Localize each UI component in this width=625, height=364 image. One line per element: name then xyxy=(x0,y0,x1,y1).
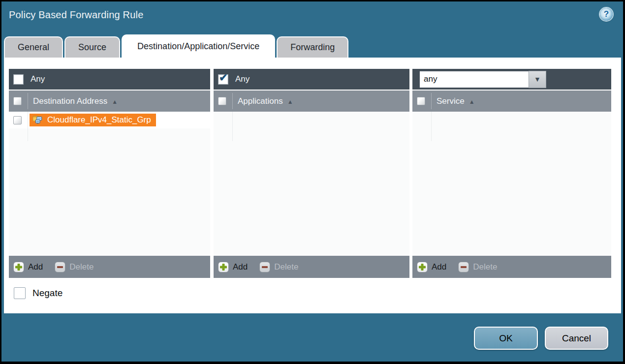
destination-select-all-checkbox[interactable] xyxy=(13,97,22,105)
destination-add-button[interactable]: Add xyxy=(13,262,43,273)
applications-any-checkbox[interactable] xyxy=(218,74,228,85)
sort-asc-icon xyxy=(112,97,118,106)
destination-address-panel: Any Destination Address xyxy=(9,69,210,278)
service-panel: Service Add Delete xyxy=(412,69,611,278)
service-combobox xyxy=(419,71,546,88)
applications-panel: Any Applications Add Delete xyxy=(214,69,409,278)
selected-address-chip[interactable]: Cloudflare_IPv4_Static_Grp xyxy=(30,114,156,126)
service-add-button[interactable]: Add xyxy=(417,262,446,273)
add-label: Add xyxy=(28,262,43,272)
applications-header-label: Applications xyxy=(238,96,283,106)
header-divider xyxy=(431,93,432,109)
service-footer-bar: Add Delete xyxy=(412,256,611,278)
list-column-line xyxy=(28,112,28,141)
tab-source[interactable]: Source xyxy=(64,36,120,58)
header-divider xyxy=(28,93,28,109)
sort-asc-icon xyxy=(469,97,475,106)
delete-label: Delete xyxy=(473,262,497,272)
tab-destination-application-service[interactable]: Destination/Application/Service xyxy=(122,34,275,58)
service-delete-button[interactable]: Delete xyxy=(458,262,497,273)
destination-footer-bar: Add Delete xyxy=(9,256,210,278)
dropdown-arrow-button[interactable] xyxy=(529,71,546,88)
service-select-all-checkbox[interactable] xyxy=(417,97,425,105)
add-plus-icon xyxy=(13,262,24,273)
policy-forwarding-dialog: Policy Based Forwarding Rule General Sou… xyxy=(0,0,625,364)
applications-delete-button[interactable]: Delete xyxy=(259,262,298,273)
delete-minus-icon xyxy=(458,262,469,273)
service-dropdown-input[interactable] xyxy=(419,71,529,88)
service-column-header[interactable]: Service xyxy=(412,91,611,112)
applications-any-label: Any xyxy=(235,74,250,84)
add-label: Add xyxy=(233,262,248,272)
delete-minus-icon xyxy=(55,262,65,273)
applications-column-header[interactable]: Applications xyxy=(214,91,409,112)
applications-list xyxy=(214,112,409,256)
row-checkbox[interactable] xyxy=(13,116,22,124)
add-plus-icon xyxy=(417,262,428,273)
delete-label: Delete xyxy=(69,262,94,272)
applications-any-bar: Any xyxy=(214,69,409,90)
help-icon[interactable] xyxy=(600,8,613,21)
tab-content: Any Destination Address xyxy=(4,58,621,313)
destination-delete-button[interactable]: Delete xyxy=(55,262,94,273)
service-list xyxy=(412,112,611,256)
destination-any-bar: Any xyxy=(9,69,210,90)
tab-bar: General Source Destination/Application/S… xyxy=(4,34,350,58)
delete-minus-icon xyxy=(259,262,270,273)
destination-any-label: Any xyxy=(31,74,45,84)
destination-any-checkbox[interactable] xyxy=(13,74,24,85)
destination-address-list: Cloudflare_IPv4_Static_Grp xyxy=(9,112,210,256)
header-divider xyxy=(232,93,233,109)
negate-checkbox[interactable] xyxy=(14,287,26,299)
add-label: Add xyxy=(432,262,446,272)
list-column-line xyxy=(431,112,432,141)
destination-address-column-header[interactable]: Destination Address xyxy=(9,91,210,112)
dialog-title: Policy Based Forwarding Rule xyxy=(9,9,144,21)
address-group-icon xyxy=(32,115,43,125)
tab-forwarding[interactable]: Forwarding xyxy=(277,36,348,58)
service-any-bar xyxy=(412,69,611,90)
add-plus-icon xyxy=(218,262,229,273)
list-column-line xyxy=(232,112,233,141)
cancel-button[interactable]: Cancel xyxy=(545,327,608,350)
destination-address-row[interactable]: Cloudflare_IPv4_Static_Grp xyxy=(9,112,210,128)
negate-label: Negate xyxy=(32,288,62,299)
negate-row: Negate xyxy=(14,287,62,299)
sort-asc-icon xyxy=(287,97,293,106)
address-group-name: Cloudflare_IPv4_Static_Grp xyxy=(47,115,151,125)
service-header-label: Service xyxy=(437,96,465,106)
applications-select-all-checkbox[interactable] xyxy=(218,97,226,105)
applications-add-button[interactable]: Add xyxy=(218,262,248,273)
destination-address-header-label: Destination Address xyxy=(33,96,107,106)
ok-button[interactable]: OK xyxy=(474,327,538,350)
applications-footer-bar: Add Delete xyxy=(214,256,409,278)
delete-label: Delete xyxy=(274,262,298,272)
tab-general[interactable]: General xyxy=(4,36,63,58)
